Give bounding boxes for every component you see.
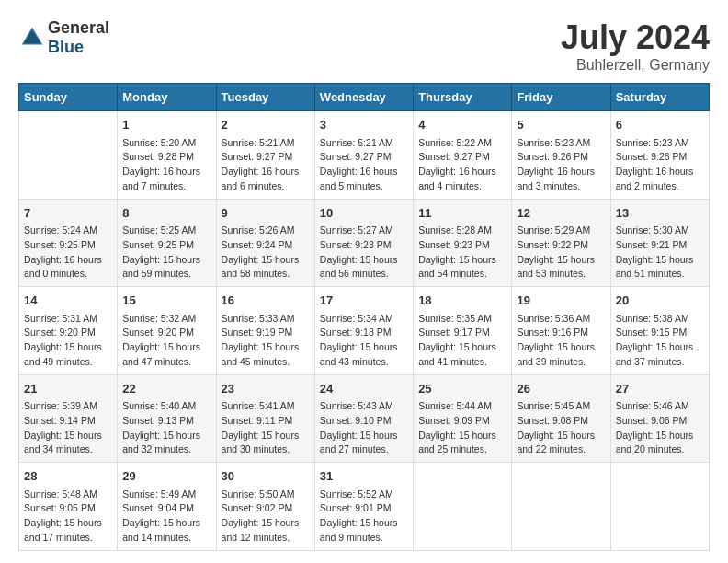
calendar-cell: 21Sunrise: 5:39 AM Sunset: 9:14 PM Dayli… [19, 374, 118, 463]
calendar-cell: 2Sunrise: 5:21 AM Sunset: 9:27 PM Daylig… [216, 111, 314, 200]
day-number: 19 [517, 292, 605, 310]
calendar-week-row: 21Sunrise: 5:39 AM Sunset: 9:14 PM Dayli… [19, 374, 710, 463]
calendar-cell: 4Sunrise: 5:22 AM Sunset: 9:27 PM Daylig… [414, 111, 512, 200]
cell-content: Sunrise: 5:31 AM Sunset: 9:20 PM Dayligh… [24, 312, 112, 370]
day-number: 30 [222, 467, 310, 486]
calendar-week-row: 14Sunrise: 5:31 AM Sunset: 9:20 PM Dayli… [19, 287, 710, 375]
day-number: 4 [418, 116, 506, 134]
cell-content: Sunrise: 5:32 AM Sunset: 9:20 PM Dayligh… [122, 312, 210, 370]
logo-text-general: General [48, 18, 109, 37]
cell-content: Sunrise: 5:28 AM Sunset: 9:23 PM Dayligh… [418, 224, 506, 282]
day-number: 13 [616, 204, 704, 223]
calendar-cell: 25Sunrise: 5:44 AM Sunset: 9:09 PM Dayli… [414, 374, 512, 463]
calendar-cell: 10Sunrise: 5:27 AM Sunset: 9:23 PM Dayli… [314, 199, 413, 287]
cell-content: Sunrise: 5:33 AM Sunset: 9:19 PM Dayligh… [222, 312, 310, 370]
cell-content: Sunrise: 5:49 AM Sunset: 9:04 PM Dayligh… [122, 488, 210, 546]
cell-content: Sunrise: 5:48 AM Sunset: 9:05 PM Dayligh… [24, 488, 112, 546]
weekday-header-sunday: Sunday [19, 84, 118, 111]
weekday-header-saturday: Saturday [610, 84, 709, 111]
weekday-header-row: SundayMondayTuesdayWednesdayThursdayFrid… [19, 84, 710, 111]
cell-content: Sunrise: 5:30 AM Sunset: 9:21 PM Dayligh… [616, 224, 704, 282]
day-number: 6 [616, 116, 704, 134]
calendar-cell: 9Sunrise: 5:26 AM Sunset: 9:24 PM Daylig… [216, 199, 314, 287]
cell-content: Sunrise: 5:21 AM Sunset: 9:27 PM Dayligh… [222, 136, 310, 194]
cell-content: Sunrise: 5:46 AM Sunset: 9:06 PM Dayligh… [616, 399, 704, 457]
logo-text-blue: Blue [48, 38, 84, 56]
day-number: 14 [24, 292, 112, 310]
calendar-cell: 29Sunrise: 5:49 AM Sunset: 9:04 PM Dayli… [118, 463, 216, 551]
calendar-cell: 26Sunrise: 5:45 AM Sunset: 9:08 PM Dayli… [512, 374, 610, 463]
month-title: July 2024 [561, 18, 710, 57]
day-number: 26 [517, 380, 605, 398]
day-number: 31 [320, 467, 408, 486]
logo: General Blue [18, 18, 109, 57]
day-number: 22 [122, 380, 210, 398]
day-number: 21 [24, 380, 112, 398]
title-section: July 2024 Buhlerzell, Germany [561, 18, 710, 74]
cell-content: Sunrise: 5:23 AM Sunset: 9:26 PM Dayligh… [616, 136, 704, 194]
weekday-header-friday: Friday [512, 84, 610, 111]
day-number: 1 [122, 116, 210, 134]
calendar-cell: 7Sunrise: 5:24 AM Sunset: 9:25 PM Daylig… [19, 199, 118, 287]
cell-content: Sunrise: 5:21 AM Sunset: 9:27 PM Dayligh… [320, 136, 408, 194]
day-number: 3 [320, 116, 408, 134]
day-number: 15 [122, 292, 210, 310]
weekday-header-thursday: Thursday [414, 84, 512, 111]
calendar-cell: 8Sunrise: 5:25 AM Sunset: 9:25 PM Daylig… [118, 199, 216, 287]
calendar-cell [610, 463, 709, 551]
day-number: 20 [616, 292, 704, 310]
calendar-cell: 17Sunrise: 5:34 AM Sunset: 9:18 PM Dayli… [314, 287, 413, 375]
day-number: 16 [222, 292, 310, 310]
calendar-cell [512, 463, 610, 551]
calendar-cell: 27Sunrise: 5:46 AM Sunset: 9:06 PM Dayli… [610, 374, 709, 463]
cell-content: Sunrise: 5:43 AM Sunset: 9:10 PM Dayligh… [320, 399, 408, 457]
calendar-table: SundayMondayTuesdayWednesdayThursdayFrid… [18, 83, 710, 551]
cell-content: Sunrise: 5:38 AM Sunset: 9:15 PM Dayligh… [616, 312, 704, 370]
location-title: Buhlerzell, Germany [561, 57, 710, 74]
calendar-cell: 31Sunrise: 5:52 AM Sunset: 9:01 PM Dayli… [314, 463, 413, 551]
day-number: 17 [320, 292, 408, 310]
cell-content: Sunrise: 5:50 AM Sunset: 9:02 PM Dayligh… [222, 488, 310, 546]
calendar-cell: 28Sunrise: 5:48 AM Sunset: 9:05 PM Dayli… [19, 463, 118, 551]
day-number: 8 [122, 204, 210, 223]
calendar-cell: 15Sunrise: 5:32 AM Sunset: 9:20 PM Dayli… [118, 287, 216, 375]
calendar-cell: 5Sunrise: 5:23 AM Sunset: 9:26 PM Daylig… [512, 111, 610, 200]
calendar-week-row: 28Sunrise: 5:48 AM Sunset: 9:05 PM Dayli… [19, 463, 710, 551]
day-number: 5 [517, 116, 605, 134]
day-number: 9 [222, 204, 310, 223]
calendar-week-row: 1Sunrise: 5:20 AM Sunset: 9:28 PM Daylig… [19, 111, 710, 200]
cell-content: Sunrise: 5:27 AM Sunset: 9:23 PM Dayligh… [320, 224, 408, 282]
day-number: 18 [418, 292, 506, 310]
day-number: 12 [517, 204, 605, 223]
cell-content: Sunrise: 5:22 AM Sunset: 9:27 PM Dayligh… [418, 136, 506, 194]
day-number: 24 [320, 380, 408, 398]
calendar-cell: 19Sunrise: 5:36 AM Sunset: 9:16 PM Dayli… [512, 287, 610, 375]
calendar-cell: 30Sunrise: 5:50 AM Sunset: 9:02 PM Dayli… [216, 463, 314, 551]
calendar-cell: 1Sunrise: 5:20 AM Sunset: 9:28 PM Daylig… [118, 111, 216, 200]
weekday-header-tuesday: Tuesday [216, 84, 314, 111]
day-number: 10 [320, 204, 408, 223]
cell-content: Sunrise: 5:52 AM Sunset: 9:01 PM Dayligh… [320, 488, 408, 546]
calendar-cell: 18Sunrise: 5:35 AM Sunset: 9:17 PM Dayli… [414, 287, 512, 375]
cell-content: Sunrise: 5:24 AM Sunset: 9:25 PM Dayligh… [24, 224, 112, 282]
day-number: 28 [24, 467, 112, 486]
day-number: 23 [222, 380, 310, 398]
cell-content: Sunrise: 5:40 AM Sunset: 9:13 PM Dayligh… [122, 399, 210, 457]
calendar-cell: 12Sunrise: 5:29 AM Sunset: 9:22 PM Dayli… [512, 199, 610, 287]
calendar-cell: 20Sunrise: 5:38 AM Sunset: 9:15 PM Dayli… [610, 287, 709, 375]
calendar-cell: 11Sunrise: 5:28 AM Sunset: 9:23 PM Dayli… [414, 199, 512, 287]
cell-content: Sunrise: 5:34 AM Sunset: 9:18 PM Dayligh… [320, 312, 408, 370]
logo-icon [18, 24, 46, 52]
day-number: 25 [418, 380, 506, 398]
cell-content: Sunrise: 5:29 AM Sunset: 9:22 PM Dayligh… [517, 224, 605, 282]
cell-content: Sunrise: 5:45 AM Sunset: 9:08 PM Dayligh… [517, 399, 605, 457]
cell-content: Sunrise: 5:26 AM Sunset: 9:24 PM Dayligh… [222, 224, 310, 282]
cell-content: Sunrise: 5:20 AM Sunset: 9:28 PM Dayligh… [122, 136, 210, 194]
calendar-cell: 22Sunrise: 5:40 AM Sunset: 9:13 PM Dayli… [118, 374, 216, 463]
cell-content: Sunrise: 5:39 AM Sunset: 9:14 PM Dayligh… [24, 399, 112, 457]
cell-content: Sunrise: 5:44 AM Sunset: 9:09 PM Dayligh… [418, 399, 506, 457]
weekday-header-wednesday: Wednesday [314, 84, 413, 111]
calendar-cell: 13Sunrise: 5:30 AM Sunset: 9:21 PM Dayli… [610, 199, 709, 287]
cell-content: Sunrise: 5:41 AM Sunset: 9:11 PM Dayligh… [222, 399, 310, 457]
day-number: 2 [222, 116, 310, 134]
